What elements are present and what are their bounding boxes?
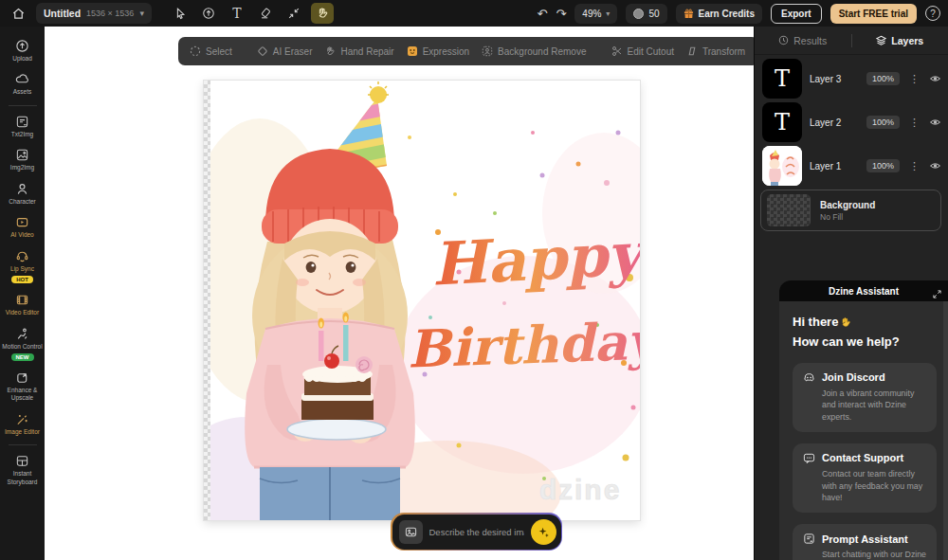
project-title: Untitled <box>44 8 81 19</box>
tool-group: T <box>169 3 334 24</box>
background-layer-row[interactable]: Background No Fill <box>760 190 941 231</box>
top-bar: Untitled 1536 × 1536 ▾ T <box>0 0 948 27</box>
sidebar-item-assets[interactable]: Assets <box>1 67 44 100</box>
project-dimensions: 1536 × 1536 <box>86 9 134 18</box>
sidebar-item-motion-control[interactable]: Motion Control NEW <box>1 322 44 366</box>
eraser-tool-button[interactable] <box>254 3 277 24</box>
project-title-pill[interactable]: Untitled 1536 × 1536 ▾ <box>36 3 152 24</box>
earn-credits-button[interactable]: Earn Credits <box>676 4 762 24</box>
transform-icon <box>686 45 698 57</box>
prompt-assistant-card[interactable]: Prompt Assistant Start chatting with our… <box>793 524 937 560</box>
ai-video-icon <box>15 215 29 229</box>
lip-sync-icon <box>15 249 29 263</box>
generate-button[interactable] <box>531 519 556 545</box>
tab-results[interactable]: Results <box>755 35 851 46</box>
layer-row-3[interactable]: T Layer 3 100% ⋮ <box>758 57 945 100</box>
zoom-level-dropdown[interactable]: 49% ▾ <box>574 4 617 24</box>
assistant-title: Dzine Assistant <box>829 286 899 297</box>
opacity-badge[interactable]: 100% <box>866 159 900 172</box>
canvas-workspace[interactable]: Select AI Eraser Hand Repair Expression … <box>45 27 754 560</box>
sidebar-item-img2img[interactable]: Img2Img <box>1 143 44 176</box>
visibility-eye-icon[interactable] <box>929 70 941 87</box>
text-tool-button[interactable]: T <box>226 3 248 24</box>
person-cutout-icon <box>482 45 493 57</box>
scissors-icon <box>611 45 623 57</box>
sidebar-item-lip-sync[interactable]: Lip Sync HOT <box>1 244 44 288</box>
hot-badge: HOT <box>11 276 33 283</box>
prompt-input[interactable] <box>429 527 524 537</box>
credits-counter[interactable]: 50 <box>626 4 666 24</box>
layer-name: Layer 1 <box>810 161 859 172</box>
background-checker-thumbnail <box>767 194 811 226</box>
expression-action[interactable]: Expression <box>407 45 469 57</box>
prompt-doc-icon <box>803 533 815 545</box>
export-button[interactable]: Export <box>771 4 822 24</box>
undo-icon[interactable]: ↶ <box>538 8 548 20</box>
layer-row-1[interactable]: Layer 1 100% ⋮ <box>758 144 945 188</box>
sidebar-divider <box>9 105 37 106</box>
cloud-icon <box>15 72 29 86</box>
collapse-tool-button[interactable] <box>283 3 305 24</box>
sidebar-item-ai-video[interactable]: AI Video <box>1 210 44 244</box>
enhance-upscale-icon <box>15 370 29 385</box>
help-button[interactable]: ? <box>925 6 940 21</box>
expand-icon[interactable] <box>933 285 941 302</box>
prompt-bar <box>391 513 562 551</box>
transform-action[interactable]: Transform <box>686 45 745 57</box>
text-tool-glyph: T <box>232 6 241 21</box>
sidebar-item-image-editor[interactable]: Image Editor <box>1 407 44 441</box>
redo-icon[interactable]: ↷ <box>556 8 566 20</box>
select-tool-button[interactable] <box>169 3 191 24</box>
canvas-toolbar: Select AI Eraser Hand Repair Expression … <box>178 37 754 65</box>
sidebar-item-instant-storyboard[interactable]: Instant Storyboard <box>1 449 44 491</box>
home-icon[interactable] <box>8 3 28 24</box>
chevron-down-icon: ▾ <box>139 9 144 18</box>
hand-icon <box>324 45 336 57</box>
visibility-eye-icon[interactable] <box>929 114 941 131</box>
background-fill-status: No Fill <box>820 212 875 222</box>
layer-menu-icon[interactable]: ⋮ <box>907 160 921 172</box>
opacity-badge[interactable]: 100% <box>866 116 900 129</box>
hand-repair-action[interactable]: Hand Repair <box>324 45 393 57</box>
assistant-header[interactable]: Dzine Assistant <box>779 280 948 301</box>
layer-menu-icon[interactable]: ⋮ <box>907 117 921 129</box>
assistant-scrollbar[interactable] <box>943 301 948 560</box>
card-text-happy: Happy <box>429 219 640 299</box>
image-layer-thumbnail <box>762 146 802 186</box>
sidebar-item-enhance-upscale[interactable]: Enhance & Upscale <box>1 366 44 407</box>
assistant-panel: Dzine Assistant Hi there How can we help… <box>779 280 948 560</box>
layer-row-2[interactable]: T Layer 2 100% ⋮ <box>758 100 945 144</box>
sidebar-item-video-editor[interactable]: Video Editor <box>1 288 44 321</box>
img2img-icon <box>15 148 29 162</box>
select-action[interactable]: Select <box>190 45 232 57</box>
join-discord-card[interactable]: Join Discord Join a vibrant community an… <box>793 363 937 432</box>
visibility-eye-icon[interactable] <box>929 157 941 174</box>
contact-support-card[interactable]: Contact Support Contact our team directl… <box>793 443 937 513</box>
canvas-image-layer[interactable]: Happy Birthday dzine <box>204 81 640 520</box>
upload-tool-button[interactable] <box>197 3 220 24</box>
layer-menu-icon[interactable]: ⋮ <box>907 73 921 85</box>
image-mode-icon[interactable] <box>399 520 423 544</box>
earn-credits-label: Earn Credits <box>699 9 755 19</box>
hand-tool-button[interactable] <box>311 3 334 24</box>
tab-layers[interactable]: Layers <box>852 35 948 46</box>
sparkle-icon <box>538 526 550 538</box>
transparency-checkerboard <box>204 81 210 520</box>
zoom-level: 49% <box>582 9 601 19</box>
sidebar-item-txt2img[interactable]: Txt2Img <box>1 110 44 143</box>
smiley-face-icon <box>407 45 418 57</box>
edit-cutout-action[interactable]: Edit Cutout <box>611 45 674 57</box>
opacity-badge[interactable]: 100% <box>866 72 900 85</box>
character-icon <box>15 182 29 196</box>
start-trial-button[interactable]: Start FREE trial <box>830 4 917 24</box>
background-remove-action[interactable]: Background Remove <box>482 45 586 57</box>
text-layer-thumbnail: T <box>762 102 802 142</box>
sidebar-item-character[interactable]: Character <box>1 177 44 210</box>
video-editor-icon <box>15 293 29 307</box>
chat-bubble-icon <box>803 452 815 464</box>
chevron-down-icon: ▾ <box>606 9 610 18</box>
sidebar-item-upload[interactable]: Upload <box>1 34 44 67</box>
ai-eraser-action[interactable]: AI Eraser <box>257 45 313 57</box>
image-editor-icon <box>15 412 29 426</box>
coin-icon <box>633 9 644 19</box>
